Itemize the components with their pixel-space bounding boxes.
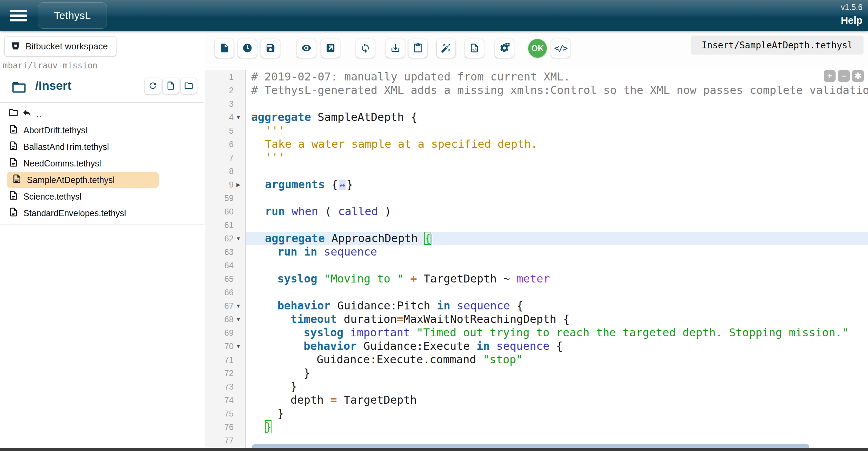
download-button[interactable] <box>386 39 405 58</box>
magic-wand-button[interactable] <box>437 39 455 58</box>
settings-button[interactable] <box>495 39 514 58</box>
fold-placeholder[interactable]: ↔ <box>339 180 346 190</box>
code-view-button[interactable]: </> <box>551 39 570 58</box>
help-link[interactable]: Help <box>841 15 862 26</box>
line-number: 65 <box>224 274 234 284</box>
code-text: behavior Guidance:Pitch in sequence { <box>246 299 868 313</box>
code-token: ( <box>318 205 338 218</box>
line-number: 66 <box>224 288 234 297</box>
file-icon <box>8 190 19 203</box>
gutter-cell: 74 <box>205 393 246 407</box>
file-item[interactable]: AbortDrift.tethysl <box>0 122 204 138</box>
current-folder-label: /Insert <box>35 79 71 93</box>
file-item[interactable]: NeedComms.tethysl <box>0 155 204 172</box>
save-button[interactable] <box>261 39 280 58</box>
file-item-up[interactable]: .. <box>0 105 204 122</box>
line-number: 72 <box>224 368 234 378</box>
download-icon <box>390 43 401 54</box>
line-number: 71 <box>224 355 234 365</box>
code-text <box>246 164 868 178</box>
file-name: AbortDrift.tethysl <box>23 125 87 135</box>
open-external-button[interactable] <box>321 39 340 58</box>
fold-toggle-icon[interactable]: ▼ <box>234 236 243 241</box>
line-number: 2 <box>229 86 234 95</box>
code-line: 8 <box>205 164 868 178</box>
fold-toggle-icon[interactable]: ▼ <box>234 114 243 120</box>
file-icon <box>8 207 19 219</box>
code-token <box>317 272 324 285</box>
file-item[interactable]: SampleAtDepth.tethysl <box>7 172 159 188</box>
paste-button[interactable] <box>408 39 427 58</box>
hamburger-menu-button[interactable] <box>10 9 27 22</box>
gutter-cell: 4▼ <box>205 111 246 124</box>
code-token: Guidance:Pitch <box>331 299 437 312</box>
code-token <box>344 326 350 339</box>
code-text: arguments {↔} <box>246 178 868 191</box>
gutter-cell: 2 <box>205 84 246 97</box>
fold-toggle-icon[interactable]: ▶ <box>234 182 243 188</box>
gutter-cell: 8 <box>205 164 246 178</box>
code-line: 1# 2019-02-07: manually updated from cur… <box>205 70 868 84</box>
code-token: Take a water sample at a specified depth… <box>265 137 537 151</box>
fold-toggle-icon[interactable]: ▼ <box>234 343 243 349</box>
gutter-cell: 59 <box>205 191 246 205</box>
refresh-button[interactable] <box>145 78 161 94</box>
code-text: ''' <box>246 151 868 164</box>
app-title-tab[interactable]: TethysL <box>38 2 107 29</box>
file-item[interactable]: Science.tethysl <box>0 188 204 205</box>
code-token: } <box>346 178 353 191</box>
sync-button[interactable] <box>356 39 375 58</box>
file-item[interactable]: BallastAndTrim.tethysl <box>0 138 204 155</box>
code-text: Guidance:Execute.command "stop" <box>246 353 868 366</box>
code-text: } <box>246 366 868 380</box>
zoom-in-button[interactable]: + <box>824 70 836 82</box>
code-editor[interactable]: +−✱ 1# 2019-02-07: manually updated from… <box>205 69 868 451</box>
line-number: 76 <box>224 422 234 432</box>
fold-toggle-icon[interactable]: ▼ <box>234 316 243 322</box>
code-text: syslog "Moving to " + TargetDepth ~ mete… <box>246 272 868 286</box>
repo-path-label: mbari/lrauv-mission <box>3 61 98 70</box>
code-text: syslog important "Timed out trying to re… <box>246 326 868 339</box>
bitbucket-workspace-button[interactable]: Bitbucket workspace <box>5 37 116 56</box>
code-line: 3 <box>205 97 868 111</box>
ok-button-label: OK <box>531 44 544 53</box>
line-number: 3 <box>229 99 234 109</box>
code-line: 70▼behavior Guidance:Execute in sequence… <box>205 339 868 353</box>
gutter-cell: 66 <box>205 286 246 299</box>
file-item[interactable]: StandardEnvelopes.tethysl <box>0 205 204 221</box>
code-token: # 2019-02-07: manually updated from curr… <box>251 70 570 83</box>
code-text: # 2019-02-07: manually updated from curr… <box>246 70 868 84</box>
filename-field[interactable]: Insert/SampleAtDepth.tethysl <box>691 36 864 55</box>
file-icon <box>12 174 22 186</box>
xml-file-button[interactable]: </> <box>465 39 484 58</box>
new-file-button[interactable] <box>163 78 179 94</box>
header-right: v1.5.6 Help <box>841 0 862 31</box>
folder-open-icon <box>11 79 27 97</box>
file-name: StandardEnvelopes.tethysl <box>23 208 126 218</box>
preview-button[interactable] <box>297 39 316 58</box>
code-token <box>297 245 304 258</box>
code-token: aggregate <box>251 111 311 124</box>
zoom-out-button[interactable]: − <box>838 70 850 82</box>
code-line: 9▶arguments {↔} <box>205 178 868 191</box>
code-token: meter <box>517 272 550 285</box>
file-name: NeedComms.tethysl <box>23 159 101 169</box>
ok-button[interactable]: OK <box>528 39 547 58</box>
hamburger-bar <box>10 19 27 21</box>
file-name: Science.tethysl <box>23 192 81 202</box>
matched-bracket: { <box>424 232 431 245</box>
new-file-button[interactable] <box>215 39 234 58</box>
code-line: 64 <box>205 259 868 272</box>
code-token: behavior <box>304 339 357 353</box>
gutter-cell: 73 <box>205 380 246 393</box>
settings-icon <box>499 43 510 54</box>
fold-toggle-icon[interactable]: ▼ <box>234 303 243 309</box>
gutter-cell: 61 <box>205 218 246 232</box>
history-button[interactable] <box>238 39 257 58</box>
code-token: { <box>510 299 523 312</box>
open-external-icon <box>325 43 336 54</box>
eye-icon <box>301 43 312 54</box>
history-icon <box>242 43 253 54</box>
new-folder-button[interactable] <box>181 78 197 94</box>
zoom-reset-button[interactable]: ✱ <box>852 70 864 82</box>
